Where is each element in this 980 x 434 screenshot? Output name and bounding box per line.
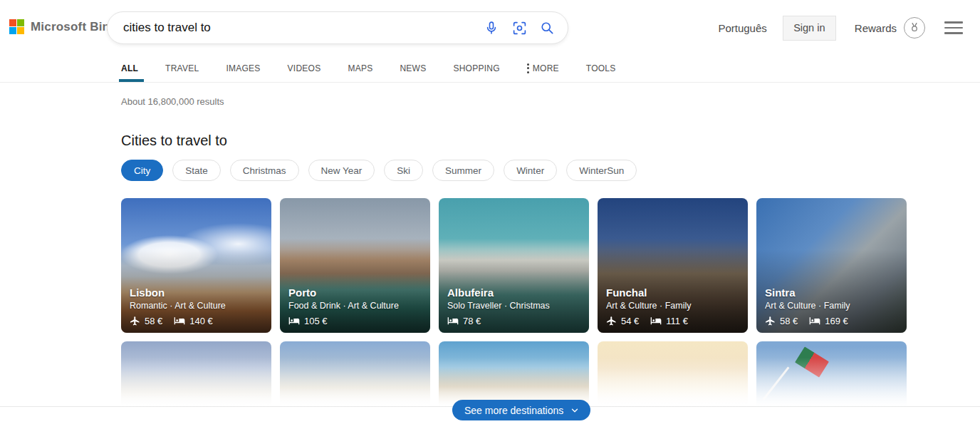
portugal-flag-icon (795, 346, 829, 377)
hotel-price: 111 € (650, 315, 688, 326)
card-prices: 54 € 111 € (606, 315, 744, 326)
card-title: Sintra (765, 286, 902, 299)
tab-label: SHOPPING (453, 63, 499, 73)
card-prices: 58 € 169 € (765, 315, 902, 326)
card-tags: Romantic · Art & Culture (130, 301, 267, 311)
hotel-price: 169 € (809, 315, 848, 326)
tab-more[interactable]: MORE (527, 56, 559, 82)
bed-icon (650, 315, 662, 326)
destination-cards-row-2 (121, 341, 907, 406)
rewards-medal-icon[interactable] (904, 17, 925, 38)
destination-card-sintra[interactable]: Sintra Art & Culture · Family 58 € 169 € (756, 198, 907, 333)
search-box-icons (484, 20, 555, 36)
destination-card-lisbon[interactable]: Lisbon Romantic · Art & Culture 58 € 140… (121, 198, 271, 333)
card-tags: Art & Culture · Family (606, 301, 744, 311)
filter-pill-state[interactable]: State (172, 160, 221, 181)
filter-pill-wintersun[interactable]: WinterSun (566, 160, 637, 181)
card-info: Lisbon Romantic · Art & Culture 58 € 140… (130, 286, 267, 326)
hamburger-menu-icon[interactable] (944, 21, 963, 34)
destination-card-partial-3[interactable] (439, 341, 589, 406)
microphone-icon[interactable] (484, 20, 499, 36)
flight-price: 54 € (606, 316, 639, 326)
bed-icon (809, 315, 820, 326)
flight-price: 58 € (765, 316, 798, 326)
card-title: Funchal (606, 286, 744, 299)
tab-label: IMAGES (226, 63, 260, 73)
rewards-link[interactable]: Rewards (855, 22, 897, 34)
card-title: Porto (288, 286, 426, 299)
tab-label: VIDEOS (288, 63, 321, 73)
bing-search-results-page: Microsoft Bing (0, 0, 980, 434)
tab-images[interactable]: IMAGES (226, 56, 260, 82)
card-prices: 105 € (288, 315, 426, 326)
destination-card-partial-5[interactable] (756, 341, 907, 406)
tab-travel[interactable]: TRAVEL (165, 56, 199, 82)
tab-label: TRAVEL (165, 63, 199, 73)
filter-pill-summer[interactable]: Summer (432, 160, 494, 181)
card-title: Albufeira (447, 286, 585, 299)
card-info: Porto Food & Drink · Art & Culture 105 € (288, 286, 426, 326)
hotel-price: 140 € (174, 315, 213, 326)
tab-videos[interactable]: VIDEOS (288, 56, 321, 82)
flag-pole (762, 366, 789, 400)
tab-label: TOOLS (586, 63, 616, 73)
destination-card-porto[interactable]: Porto Food & Drink · Art & Culture 105 € (280, 198, 430, 333)
results-count: About 16,800,000 results (121, 96, 224, 107)
language-selector[interactable]: Português (718, 22, 766, 34)
plane-icon (765, 316, 776, 326)
header-right-cluster: Português Sign in Rewards (718, 0, 963, 56)
flight-price: 58 € (130, 316, 162, 326)
plane-icon (130, 316, 140, 326)
hotel-price: 78 € (447, 315, 481, 326)
tab-all[interactable]: ALL (121, 56, 138, 82)
bed-icon (174, 315, 185, 326)
tab-label: MORE (533, 63, 559, 73)
destination-card-partial-4[interactable] (598, 341, 748, 406)
sign-in-button[interactable]: Sign in (783, 16, 836, 41)
filter-pill-winter[interactable]: Winter (504, 160, 557, 181)
tab-maps[interactable]: MAPS (348, 56, 372, 82)
see-more-destinations-button[interactable]: See more destinations (452, 400, 590, 420)
destination-card-partial-1[interactable] (121, 341, 271, 406)
ms-square-yellow (17, 27, 24, 34)
ms-square-red (9, 19, 16, 26)
tab-label: NEWS (400, 63, 426, 73)
ms-square-green (17, 19, 24, 26)
ms-square-blue (9, 27, 16, 34)
filter-pills: City State Christmas New Year Ski Summer… (121, 160, 637, 181)
destination-card-albufeira[interactable]: Albufeira Solo Traveller · Christmas 78 … (439, 198, 589, 333)
filter-pill-ski[interactable]: Ski (384, 160, 423, 181)
filter-pill-new-year[interactable]: New Year (308, 160, 375, 181)
card-prices: 58 € 140 € (130, 315, 267, 326)
logo-text: Microsoft Bing (31, 20, 118, 34)
hotel-price: 105 € (288, 315, 328, 326)
vertical-dots-icon (527, 63, 529, 73)
card-info: Albufeira Solo Traveller · Christmas 78 … (447, 286, 585, 326)
filter-pill-city[interactable]: City (121, 160, 163, 181)
card-tags: Art & Culture · Family (765, 301, 902, 311)
card-tags: Food & Drink · Art & Culture (288, 301, 426, 311)
bed-icon (447, 315, 459, 326)
plane-icon (606, 316, 617, 326)
search-input[interactable] (123, 21, 484, 35)
tab-shopping[interactable]: SHOPPING (453, 56, 499, 82)
visual-search-icon[interactable] (511, 20, 527, 36)
header: Microsoft Bing (0, 0, 980, 83)
tab-label: ALL (121, 63, 138, 73)
microsoft-bing-logo[interactable]: Microsoft Bing (9, 19, 118, 34)
destination-card-funchal[interactable]: Funchal Art & Culture · Family 54 € 111 … (598, 198, 748, 333)
filter-pill-christmas[interactable]: Christmas (230, 160, 299, 181)
search-vertical-tabs: ALL TRAVEL IMAGES VIDEOS MAPS NEWS SHOPP… (121, 56, 616, 82)
chevron-down-icon (570, 405, 580, 415)
tab-news[interactable]: NEWS (400, 56, 426, 82)
bed-icon (288, 315, 300, 326)
card-info: Sintra Art & Culture · Family 58 € 169 € (765, 286, 902, 326)
destination-card-partial-2[interactable] (280, 341, 430, 406)
tab-label: MAPS (348, 63, 372, 73)
card-title: Lisbon (130, 286, 267, 299)
search-box[interactable] (107, 11, 568, 44)
search-icon[interactable] (539, 20, 555, 36)
tab-tools[interactable]: TOOLS (586, 56, 616, 82)
card-tags: Solo Traveller · Christmas (447, 301, 585, 311)
card-info: Funchal Art & Culture · Family 54 € 111 … (606, 286, 744, 326)
